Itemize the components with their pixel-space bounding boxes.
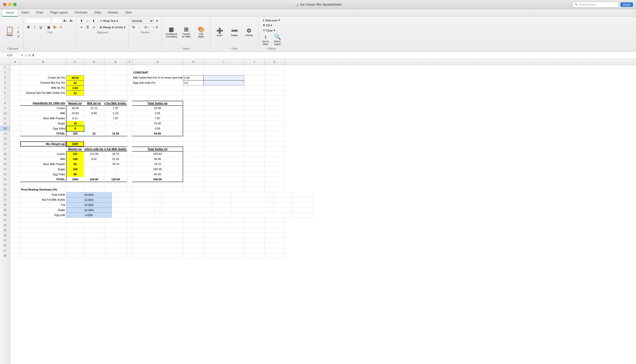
cell-j24[interactable]	[244, 182, 265, 187]
cell-j15[interactable]	[244, 136, 265, 141]
cell-h30[interactable]	[211, 213, 232, 218]
cell-b27[interactable]: Not Fat Milk Solids	[20, 197, 66, 202]
cell-k22[interactable]	[265, 172, 285, 177]
cell-g19[interactable]: 30.46	[132, 157, 183, 162]
cell-a20[interactable]	[10, 162, 20, 167]
cell-b36[interactable]	[20, 243, 66, 248]
cell-k38[interactable]	[265, 253, 285, 258]
cell-d29[interactable]	[112, 208, 132, 213]
cell-h31[interactable]	[183, 218, 204, 223]
bold-button[interactable]: B	[26, 24, 31, 30]
cell-b26[interactable]: Total solids	[20, 192, 66, 197]
cell-j19[interactable]	[244, 157, 265, 162]
cell-g16[interactable]	[132, 141, 183, 147]
underline-button[interactable]: U	[38, 24, 44, 30]
cell-d8[interactable]: Milk fat (g)	[84, 101, 104, 106]
cell-d35[interactable]	[84, 238, 104, 243]
col-header-i[interactable]: I	[204, 59, 244, 65]
row-23[interactable]: 23	[0, 177, 10, 182]
cell-j2[interactable]	[244, 70, 265, 75]
row-25[interactable]: 25	[0, 187, 10, 192]
cell-i32[interactable]	[204, 223, 244, 228]
cell-f32[interactable]	[127, 223, 132, 228]
cell-e30[interactable]	[132, 213, 155, 218]
row-11[interactable]: 11	[0, 116, 10, 121]
cell-k33[interactable]	[265, 228, 285, 233]
cell-b17[interactable]	[20, 147, 66, 152]
cell-c11[interactable]: 8.11	[66, 116, 84, 121]
cell-d11[interactable]	[84, 116, 104, 121]
cell-styles-button[interactable]: 🎨 Cell Styles	[194, 26, 208, 39]
cell-g5[interactable]	[132, 85, 183, 91]
cell-g12[interactable]: 16.00	[132, 121, 183, 126]
format-cells-button[interactable]: ⚙ Format	[242, 27, 256, 37]
cell-e26[interactable]	[132, 192, 155, 197]
cell-f31[interactable]	[127, 218, 132, 223]
cell-b29[interactable]: Sugar	[20, 208, 66, 213]
cell-i11[interactable]	[204, 116, 244, 121]
font-color-button[interactable]: A	[58, 24, 64, 30]
cell-e8[interactable]: Not Fat Milk Solids (g)	[104, 101, 127, 106]
cell-a22[interactable]	[10, 172, 20, 177]
cell-f2[interactable]	[127, 70, 132, 75]
cell-c36[interactable]	[66, 243, 84, 248]
cell-i2[interactable]	[204, 70, 244, 75]
cell-e17[interactable]: Non Fat Milk Solids (g)	[104, 147, 127, 152]
cell-d26[interactable]	[112, 192, 132, 197]
cell-k18[interactable]	[265, 152, 285, 157]
autosum-button[interactable]: Σ Auto-sum ▾	[262, 18, 281, 22]
cell-g18[interactable]: 230.83	[132, 152, 183, 157]
cell-i1[interactable]	[204, 65, 244, 70]
cell-d23[interactable]: 220.00	[84, 177, 104, 182]
tab-draw[interactable]: Draw	[33, 9, 47, 16]
row-35[interactable]: 35	[0, 238, 10, 243]
fill-color-button[interactable]: 🎨	[52, 24, 58, 30]
copy-button[interactable]: ⧉	[17, 30, 21, 34]
cell-i14[interactable]	[204, 131, 244, 136]
cell-a5[interactable]	[10, 85, 20, 91]
cell-g23[interactable]: 540.00	[132, 177, 183, 182]
format-painter-button[interactable]: 🖌	[17, 34, 21, 38]
tab-data[interactable]: Data	[91, 9, 104, 16]
align-left-button[interactable]: ≡	[79, 24, 84, 30]
cell-e25[interactable]	[104, 187, 127, 192]
cell-b23[interactable]: TOTAL	[20, 177, 66, 182]
cell-g35[interactable]	[132, 238, 183, 243]
cell-e16[interactable]	[104, 141, 127, 147]
cell-c2[interactable]	[66, 70, 84, 75]
cell-d28[interactable]	[112, 202, 132, 208]
cell-i33[interactable]	[204, 228, 244, 233]
cell-d17[interactable]: Of which milk fat (g)	[84, 147, 104, 152]
delete-cells-button[interactable]: ➖ Delete	[227, 27, 241, 37]
cell-d27[interactable]	[112, 197, 132, 202]
row-10[interactable]: 10	[0, 111, 10, 116]
cell-f15[interactable]	[127, 136, 132, 141]
cell-f24[interactable]	[127, 182, 132, 187]
cell-g21[interactable]: 160.00	[132, 167, 183, 172]
cell-a7[interactable]	[10, 96, 20, 101]
cell-g27[interactable]	[160, 197, 211, 202]
cell-e27[interactable]	[132, 197, 155, 202]
cell-f8[interactable]	[127, 101, 132, 106]
cell-d7[interactable]	[84, 96, 104, 101]
cell-f7[interactable]	[127, 96, 132, 101]
cell-e29[interactable]	[132, 208, 155, 213]
decrease-font-button[interactable]: A↓	[69, 18, 75, 24]
cell-h7[interactable]	[183, 96, 204, 101]
cell-d32[interactable]	[84, 223, 104, 228]
cell-i34[interactable]	[204, 233, 244, 238]
cell-j10[interactable]	[244, 111, 265, 116]
cell-c37[interactable]	[66, 248, 84, 253]
cell-i12[interactable]	[204, 121, 244, 126]
cell-i24[interactable]	[204, 182, 244, 187]
cell-e35[interactable]	[104, 238, 127, 243]
cell-h28[interactable]	[211, 202, 232, 208]
cell-a17[interactable]	[10, 147, 20, 152]
cell-f6[interactable]	[127, 91, 132, 96]
cell-h15[interactable]	[183, 136, 204, 141]
cell-f10[interactable]	[127, 111, 132, 116]
cell-k27[interactable]	[293, 197, 313, 202]
row-6[interactable]: 6	[0, 91, 10, 96]
row-29[interactable]: 29	[0, 208, 10, 213]
cell-i10[interactable]	[204, 111, 244, 116]
